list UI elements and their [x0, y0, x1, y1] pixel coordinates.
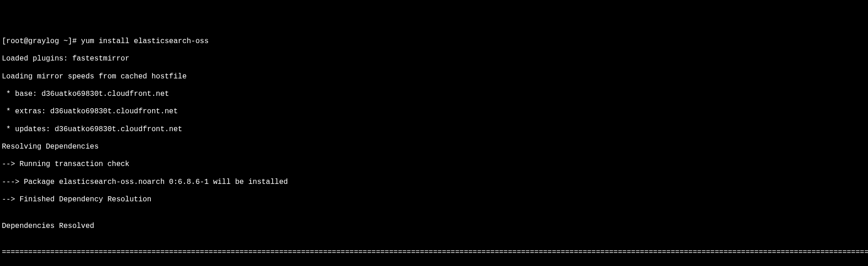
output-line: Dependencies Resolved	[0, 222, 868, 231]
output-line: * base: d36uatko69830t.cloudfront.net	[0, 90, 868, 99]
table-divider: ========================================…	[0, 248, 868, 257]
output-line: ---> Package elasticsearch-oss.noarch 0:…	[0, 178, 868, 187]
command-prompt-line: [root@graylog ~]# yum install elasticsea…	[0, 37, 868, 46]
output-line: --> Running transaction check	[0, 160, 868, 169]
shell-prompt: [root@graylog ~]#	[2, 37, 81, 45]
output-line: * updates: d36uatko69830t.cloudfront.net	[0, 125, 868, 134]
output-line: Loading mirror speeds from cached hostfi…	[0, 72, 868, 81]
output-line: * extras: d36uatko69830t.cloudfront.net	[0, 107, 868, 116]
output-line: --> Finished Dependency Resolution	[0, 195, 868, 204]
shell-command[interactable]: yum install elasticsearch-oss	[81, 37, 209, 45]
output-line: Resolving Dependencies	[0, 143, 868, 151]
output-line: Loaded plugins: fastestmirror	[0, 55, 868, 63]
